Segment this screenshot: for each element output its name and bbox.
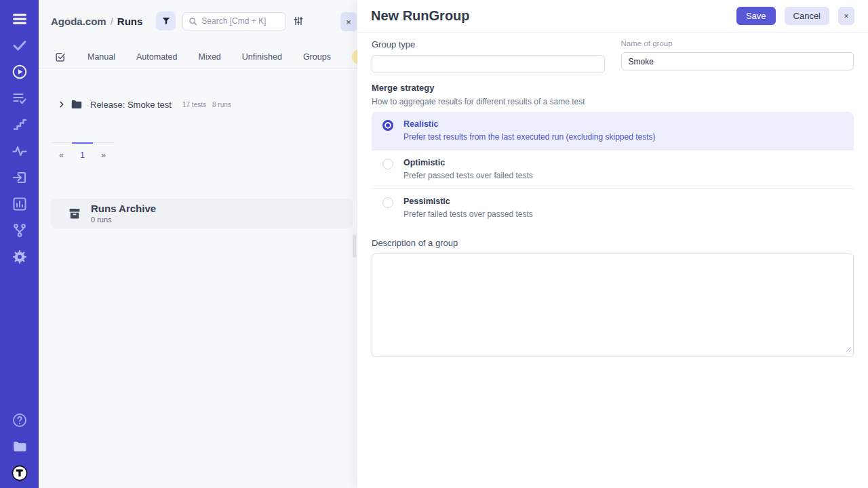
runs-archive-row[interactable]: Runs Archive 0 runs <box>51 199 353 228</box>
filter-button[interactable] <box>156 12 176 30</box>
archive-title: Runs Archive <box>91 203 156 215</box>
app-sidebar <box>0 0 39 488</box>
top-fields: Group type Name of group <box>372 39 854 73</box>
breadcrumb-page: Runs <box>117 16 143 27</box>
tests-check-icon[interactable] <box>12 37 28 54</box>
description-label: Description of a group <box>372 238 854 248</box>
merge-strategy-hint: How to aggregate results for different r… <box>372 97 854 106</box>
tab-manual[interactable]: Manual <box>87 52 115 62</box>
panel-scrollbar-thumb[interactable] <box>353 235 356 258</box>
projects-folder-icon[interactable] <box>12 439 28 455</box>
drawer-header: New RunGroup Save Cancel × <box>357 0 868 33</box>
runs-count: 8 runs <box>212 101 231 108</box>
runs-play-icon[interactable] <box>12 64 28 80</box>
option-pessimistic[interactable]: Pessimistic Prefer failed tests over pas… <box>372 188 854 227</box>
tab-groups[interactable]: Groups <box>303 52 331 62</box>
group-type-input[interactable] <box>372 55 605 73</box>
pulse-icon[interactable] <box>12 143 28 159</box>
radio-unselected-icon[interactable] <box>382 197 393 208</box>
tab-mixed[interactable]: Mixed <box>198 52 220 62</box>
merge-strategy-label: Merge strategy <box>372 83 854 93</box>
save-button[interactable]: Save <box>736 7 776 25</box>
option-text: Optimistic Prefer passed tests over fail… <box>403 158 533 180</box>
severity-badge[interactable]: Severity <box>352 49 357 64</box>
settings-gear-icon[interactable] <box>12 249 28 265</box>
option-text: Pessimistic Prefer failed tests over pas… <box>403 197 533 219</box>
runs-panel-header: Agoda.com / Runs <box>51 12 357 30</box>
description-block: Description of a group <box>372 238 854 357</box>
run-group-label: Release: Smoke test <box>90 100 172 110</box>
archive-count: 0 runs <box>91 216 156 224</box>
help-icon[interactable] <box>12 412 28 428</box>
new-rungroup-drawer: New RunGroup Save Cancel × Group type Na… <box>357 0 868 488</box>
option-realistic-description: Prefer test results from the last execut… <box>403 132 656 142</box>
funnel-icon <box>161 16 171 26</box>
pagination-next[interactable]: » <box>93 143 114 160</box>
breadcrumb: Agoda.com / Runs <box>51 16 142 27</box>
archive-text: Runs Archive 0 runs <box>91 203 156 224</box>
breadcrumb-project[interactable]: Agoda.com <box>51 16 106 27</box>
option-pessimistic-description: Prefer failed tests over passed tests <box>403 209 533 219</box>
drawer-close-button[interactable]: × <box>838 7 854 25</box>
logo-t-icon[interactable] <box>12 465 28 481</box>
option-optimistic[interactable]: Optimistic Prefer passed tests over fail… <box>372 150 854 188</box>
option-optimistic-title: Optimistic <box>403 158 533 167</box>
option-realistic-title: Realistic <box>403 119 656 129</box>
radio-selected-icon[interactable] <box>382 120 393 131</box>
panel-close-button[interactable]: × <box>340 12 357 31</box>
run-group-counts: 17 tests 8 runs <box>182 101 231 108</box>
folder-icon <box>71 100 82 109</box>
tests-count: 17 tests <box>182 101 206 108</box>
reports-chart-icon[interactable] <box>12 196 28 212</box>
run-group-row[interactable]: Release: Smoke test 17 tests 8 runs <box>58 96 231 113</box>
option-pessimistic-title: Pessimistic <box>403 197 533 206</box>
group-type-field: Group type <box>372 39 605 73</box>
name-of-group-label: Name of group <box>621 39 854 47</box>
search-icon <box>189 17 197 26</box>
name-of-group-field: Name of group <box>621 39 854 73</box>
group-type-label: Group type <box>372 39 605 49</box>
tab-unfinished[interactable]: Unfinished <box>242 52 282 62</box>
analytics-steps-icon[interactable] <box>12 117 28 133</box>
pagination-page-1[interactable]: 1 <box>72 142 93 160</box>
description-textarea[interactable] <box>372 253 854 357</box>
pagination-prev[interactable]: « <box>51 143 72 160</box>
archive-icon <box>68 207 81 220</box>
plans-list-check-icon[interactable] <box>12 90 28 106</box>
name-of-group-input[interactable] <box>621 52 854 70</box>
drawer-title: New RunGroup <box>371 8 470 24</box>
search-box <box>182 12 286 30</box>
pagination: « 1 » <box>51 142 114 160</box>
branches-icon[interactable] <box>12 222 28 239</box>
import-icon[interactable] <box>12 169 28 186</box>
adjustments-icon[interactable] <box>293 16 304 26</box>
menu-icon[interactable] <box>12 11 28 27</box>
runs-panel: Agoda.com / Runs × Manual Automated Mixe… <box>39 0 357 488</box>
option-optimistic-description: Prefer passed tests over failed tests <box>403 171 533 180</box>
option-text: Realistic Prefer test results from the l… <box>403 119 656 142</box>
chevron-right-icon[interactable] <box>58 100 66 108</box>
search-input[interactable] <box>201 16 280 26</box>
merge-strategy-block: Merge strategy How to aggregate results … <box>372 83 854 227</box>
option-realistic[interactable]: Realistic Prefer test results from the l… <box>372 112 854 150</box>
cancel-button[interactable]: Cancel <box>785 7 829 25</box>
tab-automated[interactable]: Automated <box>136 52 177 62</box>
drawer-body: Group type Name of group Merge strategy … <box>357 33 868 357</box>
breadcrumb-separator: / <box>111 16 113 27</box>
drawer-actions: Save Cancel × <box>736 7 854 25</box>
runs-filter-tabs: Manual Automated Mixed Unfinished Groups… <box>39 46 357 68</box>
radio-unselected-icon[interactable] <box>382 159 393 169</box>
description-textarea-wrap <box>372 253 854 357</box>
merge-strategy-options: Realistic Prefer test results from the l… <box>372 112 854 227</box>
select-all-icon[interactable] <box>55 52 66 63</box>
